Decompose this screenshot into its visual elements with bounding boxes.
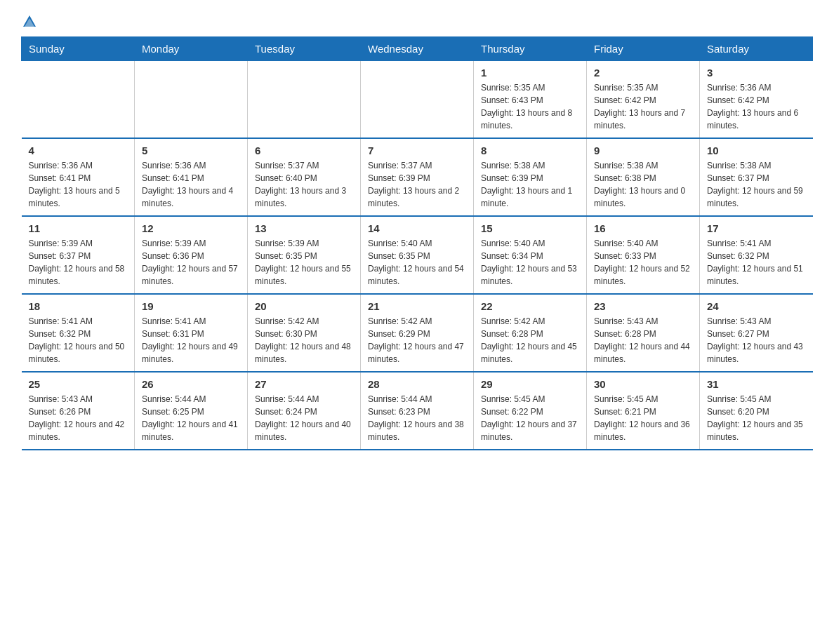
day-info: Sunrise: 5:45 AM Sunset: 6:21 PM Dayligh… xyxy=(594,393,692,443)
calendar-day-cell: 27Sunrise: 5:44 AM Sunset: 6:24 PM Dayli… xyxy=(248,372,361,450)
calendar-day-cell: 10Sunrise: 5:38 AM Sunset: 6:37 PM Dayli… xyxy=(700,138,813,216)
day-info: Sunrise: 5:43 AM Sunset: 6:27 PM Dayligh… xyxy=(707,315,806,365)
page-header xyxy=(21,14,813,29)
day-number: 1 xyxy=(481,67,579,79)
day-info: Sunrise: 5:45 AM Sunset: 6:22 PM Dayligh… xyxy=(481,393,579,443)
day-number: 17 xyxy=(707,222,806,234)
day-info: Sunrise: 5:45 AM Sunset: 6:20 PM Dayligh… xyxy=(707,393,806,443)
calendar-day-cell: 4Sunrise: 5:36 AM Sunset: 6:41 PM Daylig… xyxy=(22,138,135,216)
calendar-day-cell xyxy=(135,61,248,139)
calendar-day-cell: 28Sunrise: 5:44 AM Sunset: 6:23 PM Dayli… xyxy=(361,372,474,450)
calendar-day-cell: 8Sunrise: 5:38 AM Sunset: 6:39 PM Daylig… xyxy=(474,138,587,216)
day-info: Sunrise: 5:41 AM Sunset: 6:31 PM Dayligh… xyxy=(142,315,240,365)
day-info: Sunrise: 5:44 AM Sunset: 6:23 PM Dayligh… xyxy=(368,393,466,443)
day-number: 27 xyxy=(255,378,353,390)
day-number: 26 xyxy=(142,378,240,390)
calendar-day-cell: 15Sunrise: 5:40 AM Sunset: 6:34 PM Dayli… xyxy=(474,216,587,294)
day-number: 5 xyxy=(142,145,240,156)
day-number: 22 xyxy=(481,300,579,312)
calendar-day-cell: 29Sunrise: 5:45 AM Sunset: 6:22 PM Dayli… xyxy=(474,372,587,450)
calendar-day-cell xyxy=(361,61,474,139)
calendar-day-cell: 18Sunrise: 5:41 AM Sunset: 6:32 PM Dayli… xyxy=(22,294,135,372)
calendar-week-row: 25Sunrise: 5:43 AM Sunset: 6:26 PM Dayli… xyxy=(22,372,813,450)
day-info: Sunrise: 5:38 AM Sunset: 6:38 PM Dayligh… xyxy=(594,159,692,210)
calendar-day-cell: 6Sunrise: 5:37 AM Sunset: 6:40 PM Daylig… xyxy=(248,138,361,216)
calendar-day-cell: 11Sunrise: 5:39 AM Sunset: 6:37 PM Dayli… xyxy=(22,216,135,294)
calendar-day-cell: 23Sunrise: 5:43 AM Sunset: 6:28 PM Dayli… xyxy=(587,294,700,372)
day-number: 15 xyxy=(481,222,579,234)
day-info: Sunrise: 5:37 AM Sunset: 6:39 PM Dayligh… xyxy=(368,159,466,210)
day-info: Sunrise: 5:44 AM Sunset: 6:24 PM Dayligh… xyxy=(255,393,353,443)
calendar-day-cell: 5Sunrise: 5:36 AM Sunset: 6:41 PM Daylig… xyxy=(135,138,248,216)
calendar-table: SundayMondayTuesdayWednesdayThursdayFrid… xyxy=(21,36,813,450)
calendar-header-thursday: Thursday xyxy=(474,37,587,61)
calendar-day-cell: 1Sunrise: 5:35 AM Sunset: 6:43 PM Daylig… xyxy=(474,61,587,139)
day-number: 24 xyxy=(707,300,806,312)
calendar-header-wednesday: Wednesday xyxy=(361,37,474,61)
calendar-day-cell: 17Sunrise: 5:41 AM Sunset: 6:32 PM Dayli… xyxy=(700,216,813,294)
calendar-day-cell xyxy=(248,61,361,139)
calendar-day-cell: 16Sunrise: 5:40 AM Sunset: 6:33 PM Dayli… xyxy=(587,216,700,294)
calendar-day-cell: 22Sunrise: 5:42 AM Sunset: 6:28 PM Dayli… xyxy=(474,294,587,372)
calendar-week-row: 18Sunrise: 5:41 AM Sunset: 6:32 PM Dayli… xyxy=(22,294,813,372)
day-number: 16 xyxy=(594,222,692,234)
day-number: 19 xyxy=(142,300,240,312)
calendar-day-cell: 3Sunrise: 5:36 AM Sunset: 6:42 PM Daylig… xyxy=(700,61,813,139)
calendar-week-row: 1Sunrise: 5:35 AM Sunset: 6:43 PM Daylig… xyxy=(22,61,813,139)
logo-icon xyxy=(22,14,37,29)
day-info: Sunrise: 5:40 AM Sunset: 6:33 PM Dayligh… xyxy=(594,237,692,288)
day-info: Sunrise: 5:44 AM Sunset: 6:25 PM Dayligh… xyxy=(142,393,240,443)
day-number: 30 xyxy=(594,378,692,390)
day-info: Sunrise: 5:43 AM Sunset: 6:26 PM Dayligh… xyxy=(29,393,128,443)
calendar-header-friday: Friday xyxy=(587,37,700,61)
day-info: Sunrise: 5:36 AM Sunset: 6:41 PM Dayligh… xyxy=(142,159,240,210)
calendar-day-cell: 9Sunrise: 5:38 AM Sunset: 6:38 PM Daylig… xyxy=(587,138,700,216)
day-info: Sunrise: 5:38 AM Sunset: 6:39 PM Dayligh… xyxy=(481,159,579,210)
calendar-day-cell: 12Sunrise: 5:39 AM Sunset: 6:36 PM Dayli… xyxy=(135,216,248,294)
day-info: Sunrise: 5:37 AM Sunset: 6:40 PM Dayligh… xyxy=(255,159,353,210)
day-info: Sunrise: 5:39 AM Sunset: 6:36 PM Dayligh… xyxy=(142,237,240,288)
calendar-day-cell: 26Sunrise: 5:44 AM Sunset: 6:25 PM Dayli… xyxy=(135,372,248,450)
day-number: 6 xyxy=(255,145,353,156)
calendar-day-cell: 30Sunrise: 5:45 AM Sunset: 6:21 PM Dayli… xyxy=(587,372,700,450)
day-number: 8 xyxy=(481,145,579,156)
day-info: Sunrise: 5:38 AM Sunset: 6:37 PM Dayligh… xyxy=(707,159,806,210)
day-number: 14 xyxy=(368,222,466,234)
calendar-day-cell: 7Sunrise: 5:37 AM Sunset: 6:39 PM Daylig… xyxy=(361,138,474,216)
day-info: Sunrise: 5:41 AM Sunset: 6:32 PM Dayligh… xyxy=(29,315,128,365)
calendar-day-cell: 25Sunrise: 5:43 AM Sunset: 6:26 PM Dayli… xyxy=(22,372,135,450)
calendar-day-cell: 24Sunrise: 5:43 AM Sunset: 6:27 PM Dayli… xyxy=(700,294,813,372)
calendar-header-tuesday: Tuesday xyxy=(248,37,361,61)
day-info: Sunrise: 5:41 AM Sunset: 6:32 PM Dayligh… xyxy=(707,237,806,288)
calendar-day-cell: 20Sunrise: 5:42 AM Sunset: 6:30 PM Dayli… xyxy=(248,294,361,372)
day-number: 25 xyxy=(29,378,128,390)
day-info: Sunrise: 5:40 AM Sunset: 6:35 PM Dayligh… xyxy=(368,237,466,288)
day-info: Sunrise: 5:36 AM Sunset: 6:42 PM Dayligh… xyxy=(707,81,806,132)
calendar-week-row: 4Sunrise: 5:36 AM Sunset: 6:41 PM Daylig… xyxy=(22,138,813,216)
day-info: Sunrise: 5:40 AM Sunset: 6:34 PM Dayligh… xyxy=(481,237,579,288)
day-number: 12 xyxy=(142,222,240,234)
day-number: 20 xyxy=(255,300,353,312)
day-info: Sunrise: 5:39 AM Sunset: 6:35 PM Dayligh… xyxy=(255,237,353,288)
calendar-header-sunday: Sunday xyxy=(22,37,135,61)
calendar-day-cell: 21Sunrise: 5:42 AM Sunset: 6:29 PM Dayli… xyxy=(361,294,474,372)
calendar-day-cell xyxy=(22,61,135,139)
day-number: 21 xyxy=(368,300,466,312)
calendar-header-row: SundayMondayTuesdayWednesdayThursdayFrid… xyxy=(22,37,813,61)
day-number: 3 xyxy=(707,67,806,79)
calendar-day-cell: 31Sunrise: 5:45 AM Sunset: 6:20 PM Dayli… xyxy=(700,372,813,450)
day-number: 31 xyxy=(707,378,806,390)
day-number: 29 xyxy=(481,378,579,390)
day-number: 13 xyxy=(255,222,353,234)
day-number: 10 xyxy=(707,145,806,156)
calendar-day-cell: 14Sunrise: 5:40 AM Sunset: 6:35 PM Dayli… xyxy=(361,216,474,294)
day-number: 7 xyxy=(368,145,466,156)
day-info: Sunrise: 5:36 AM Sunset: 6:41 PM Dayligh… xyxy=(29,159,128,210)
logo xyxy=(21,14,41,29)
day-info: Sunrise: 5:42 AM Sunset: 6:28 PM Dayligh… xyxy=(481,315,579,365)
calendar-day-cell: 13Sunrise: 5:39 AM Sunset: 6:35 PM Dayli… xyxy=(248,216,361,294)
calendar-header-saturday: Saturday xyxy=(700,37,813,61)
day-number: 11 xyxy=(29,222,128,234)
calendar-day-cell: 19Sunrise: 5:41 AM Sunset: 6:31 PM Dayli… xyxy=(135,294,248,372)
day-number: 2 xyxy=(594,67,692,79)
